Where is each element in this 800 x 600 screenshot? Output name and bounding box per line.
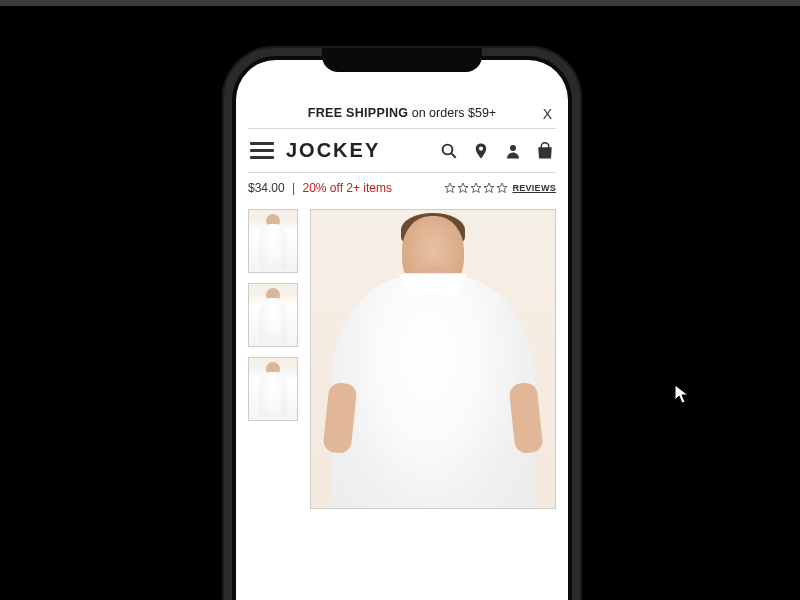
promo-strong: FREE SHIPPING	[308, 106, 408, 120]
reviews-block[interactable]: REVIEWS	[444, 182, 556, 194]
thumbnail-list	[248, 209, 298, 509]
app-viewport[interactable]: FREE SHIPPING on orders $59+ X JOCKEY	[236, 100, 568, 600]
svg-point-0	[443, 144, 453, 154]
svg-point-2	[510, 145, 516, 151]
svg-marker-5	[471, 183, 481, 193]
promo-banner: FREE SHIPPING on orders $59+ X	[248, 100, 556, 128]
thumbnail[interactable]	[248, 209, 298, 273]
star-icon	[496, 182, 508, 194]
site-header: JOCKEY	[248, 129, 556, 172]
header-actions	[440, 142, 554, 160]
product-promo: 20% off 2+ items	[303, 181, 393, 195]
product-gallery	[248, 203, 556, 515]
phone-screen: FREE SHIPPING on orders $59+ X JOCKEY	[236, 60, 568, 600]
phone-notch	[322, 48, 482, 72]
star-icon	[470, 182, 482, 194]
location-pin-icon[interactable]	[472, 142, 490, 160]
svg-marker-7	[497, 183, 507, 193]
menu-button[interactable]	[250, 142, 274, 159]
promo-rest: on orders $59+	[408, 106, 496, 120]
brand-logo[interactable]: JOCKEY	[286, 139, 380, 162]
price-bar: $34.00 | 20% off 2+ items REVIEWS	[248, 173, 556, 203]
phone-frame: FREE SHIPPING on orders $59+ X JOCKEY	[222, 46, 582, 600]
main-product-image[interactable]	[310, 209, 556, 509]
star-icon	[457, 182, 469, 194]
search-icon[interactable]	[440, 142, 458, 160]
svg-marker-6	[484, 183, 494, 193]
thumbnail[interactable]	[248, 283, 298, 347]
account-icon[interactable]	[504, 142, 522, 160]
phone-bezel: FREE SHIPPING on orders $59+ X JOCKEY	[232, 56, 572, 600]
thumbnail[interactable]	[248, 357, 298, 421]
svg-marker-4	[458, 183, 468, 193]
rating-stars	[444, 182, 508, 194]
svg-line-1	[451, 153, 456, 158]
reviews-link[interactable]: REVIEWS	[512, 183, 556, 193]
star-icon	[444, 182, 456, 194]
promo-text: FREE SHIPPING on orders $59+	[308, 106, 496, 120]
product-price: $34.00	[248, 181, 285, 195]
promo-close-button[interactable]: X	[543, 106, 552, 122]
svg-marker-3	[445, 183, 455, 193]
star-icon	[483, 182, 495, 194]
shopping-bag-icon[interactable]	[536, 142, 554, 160]
mouse-cursor-icon	[674, 384, 690, 406]
price-divider: |	[289, 181, 299, 195]
